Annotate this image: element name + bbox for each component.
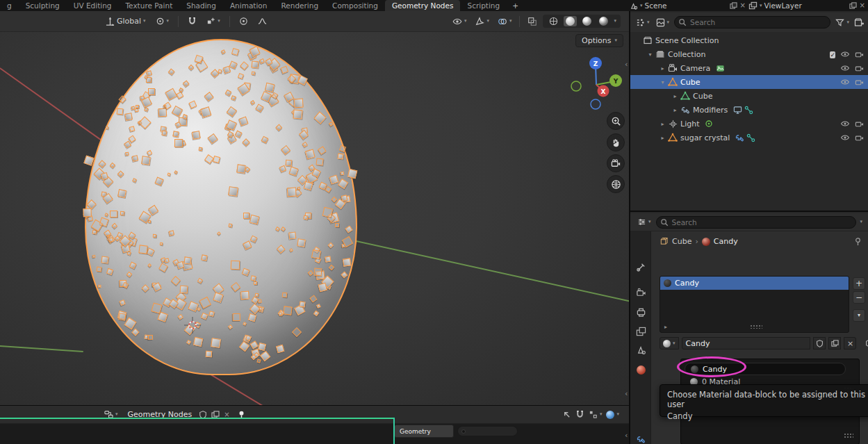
node-socket-field[interactable] [457,426,518,436]
shading-solid-button[interactable] [564,16,577,26]
disable-in-render-camera-icon[interactable] [855,64,864,73]
outliner-item-label[interactable]: Cube [680,78,700,87]
resize-grip[interactable] [750,324,762,329]
material-name-field[interactable]: Candy [682,337,811,350]
search-input[interactable] [656,216,857,229]
properties-tab-output[interactable] [633,304,648,320]
slot-specials-dropdown[interactable]: ▾ [853,309,865,322]
outliner-item-label[interactable]: Light [680,120,699,129]
disclosure-icon[interactable]: ▸ [658,135,667,141]
workspace-tab-uv-editing[interactable]: UV Editing [67,0,119,11]
parent-node-tree-icon[interactable] [562,410,571,419]
xray-toggle[interactable] [525,15,540,28]
editor-type-dropdown[interactable]: ▾ [636,217,653,227]
properties-tab-scene[interactable] [633,342,648,357]
outliner-item-label[interactable]: Modifiers [693,106,728,115]
workspace-tab-animation[interactable]: Animation [223,0,275,11]
viewlayer-name[interactable]: ViewLayer [764,1,802,10]
geometry-node[interactable]: Geometry [394,425,454,438]
hide-in-viewport-eye-icon[interactable] [840,133,850,142]
search-input[interactable] [674,16,830,28]
region-resize-arrow[interactable]: ‹ [625,431,628,440]
pin-icon[interactable] [853,237,862,246]
copy-material-icon[interactable] [828,337,841,350]
workspace-tab-texture-paint[interactable]: Texture Paint [118,0,179,11]
snap-target-dropdown[interactable]: ▾ [204,15,223,27]
workspace-tab-rendering[interactable]: Rendering [274,0,325,11]
properties-tab-render[interactable] [633,285,648,300]
outliner-item-label[interactable]: Collection [668,50,705,59]
hide-in-viewport-eye-icon[interactable] [840,119,850,129]
properties-tab-tool[interactable] [633,259,648,274]
gizmo-z-axis[interactable]: Z [593,60,598,67]
workspace-tab-compositing[interactable]: Compositing [325,0,385,11]
remove-slot-button[interactable]: − [853,291,865,304]
viewlayer-selector[interactable]: ▾ ViewLayer × [748,1,865,10]
nodetree-icon[interactable] [746,133,755,142]
disable-in-render-camera-icon[interactable] [855,50,864,59]
light-dot-icon[interactable] [705,120,713,128]
editor-type-dropdown[interactable]: ▾ [634,18,651,27]
properties-search[interactable] [656,216,857,229]
options-dropdown[interactable]: Options ▾ [575,34,623,47]
gizmo-y-axis[interactable]: Y [613,78,619,85]
properties-editor[interactable]: ▾ ▾ Cube › Candy Candy [630,213,868,444]
disclosure-icon[interactable]: ▾ [646,51,655,58]
outliner-item-label[interactable]: Camera [680,64,710,73]
breadcrumb-data[interactable]: Candy [714,237,738,246]
expand-icon[interactable]: ▸ [664,324,667,330]
outliner-row-modifiers[interactable]: ▸Modifiers [630,103,868,117]
remove-viewlayer-icon[interactable]: × [860,2,865,9]
workspace-tab-geometry-nodes[interactable]: Geometry Nodes [385,0,461,11]
workspace-tab-shading[interactable]: Shading [179,0,223,11]
material-slot-row[interactable]: Candy [660,277,849,290]
camera-view-button[interactable] [607,154,625,172]
disable-in-render-camera-icon[interactable] [855,133,864,142]
disclosure-icon[interactable]: ▸ [671,93,680,99]
gizmo-x-axis[interactable]: X [601,88,606,95]
outliner-row-light[interactable]: ▸Light [630,117,868,131]
new-scene-icon[interactable] [730,2,737,10]
workspace-tab-sculpting[interactable]: Sculpting [19,0,67,11]
material-slot-list[interactable]: Candy ▸ [660,276,849,333]
proportional-editing-toggle[interactable] [236,15,251,27]
overlays-dropdown[interactable]: ▾ [495,15,515,28]
region-resize-arrow[interactable]: ‹ [625,60,628,69]
image-icon[interactable] [716,64,725,73]
unlink-material-icon[interactable]: × [844,337,856,350]
properties-tab-view-layer[interactable] [633,324,648,339]
scene-selector[interactable]: ▾ Scene × [629,1,746,10]
gizmos-dropdown[interactable]: ▾ [472,15,492,28]
object-visibility-dropdown[interactable]: ▾ [450,15,470,28]
transform-orientation-dropdown[interactable]: Global ▾ [103,15,149,27]
resize-grip[interactable] [844,433,853,438]
outliner-row-cube[interactable]: ▾Cube [630,75,868,89]
toggle-perspective-grid-button[interactable] [607,175,625,193]
node-overlay-dropdown[interactable]: ▾ [606,411,619,419]
outliner-row-collection[interactable]: ▾Collection✓ [630,47,868,61]
outliner-item-label[interactable]: sugar crystal [680,133,730,142]
display-mode-dropdown[interactable]: ▾ [655,18,671,27]
outliner-row-sugar-crystal[interactable]: ▸sugar crystal [630,131,868,145]
move-view-hand-button[interactable] [607,133,625,151]
outliner[interactable]: ▾ ▾ ▾ Scene Collection▾Collection✓▸Camer… [630,11,868,212]
navigation-gizmo[interactable]: Z Y X [568,54,627,113]
region-resize-arrow[interactable]: ‹ [625,389,628,398]
disclosure-icon[interactable]: ▸ [658,65,667,72]
wrench-blue-icon[interactable] [735,133,744,142]
outliner-search[interactable] [674,16,830,28]
outliner-row-camera[interactable]: ▸Camera [630,61,868,75]
disable-in-render-camera-icon[interactable] [855,78,864,87]
snap-node-dropdown[interactable]: ▾ [589,410,603,419]
hide-in-viewport-eye-icon[interactable] [840,63,850,73]
proportional-falloff-dropdown[interactable] [255,15,270,27]
shading-wireframe-button[interactable] [547,16,560,26]
monitor-icon[interactable] [733,106,742,115]
nodetree-icon[interactable] [744,106,753,115]
add-workspace-button[interactable]: + [507,0,524,11]
snap-icon[interactable] [575,410,584,419]
new-viewlayer-icon[interactable] [849,2,857,10]
material-nodes-dropdown[interactable]: ▾ [863,338,868,348]
unlink-datablock-icon[interactable]: × [224,411,229,418]
workspace-tab-g[interactable]: g [0,0,19,11]
